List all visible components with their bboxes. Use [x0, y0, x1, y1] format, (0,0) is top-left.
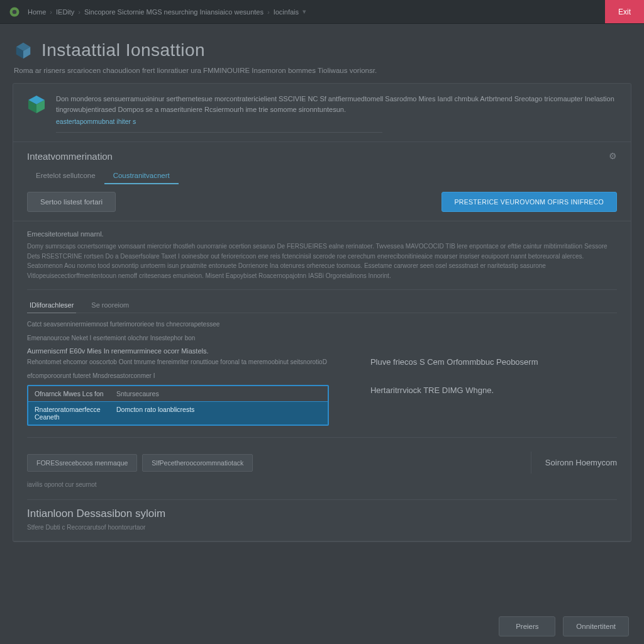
gear-icon[interactable]: ⚙	[609, 151, 617, 161]
meta-line: efcomporoorunt futeret Mnsdresastorconme…	[27, 371, 352, 381]
chip-button-2[interactable]: SlfPecetheroocorommnatiotack	[142, 454, 253, 472]
page-title: Instaattial Ionsattion	[42, 40, 205, 60]
page-subtitle: Roma ar risners srcariocen chaoudioon fr…	[0, 67, 644, 83]
breadcrumb-item[interactable]: Sincopore Sictornie MGS nesurching Inian…	[84, 8, 264, 16]
tab-inactive[interactable]: Eretelot sellutcone	[27, 168, 104, 184]
meta-line: Emenanourcoe Neket I esertemiont olochnr…	[27, 333, 352, 343]
app-logo-icon	[8, 5, 21, 19]
page-header: Instaattial Ionsattion	[0, 24, 644, 67]
cell-label: Rnateroratomaerfecce Ceaneth	[28, 402, 110, 425]
divider	[27, 289, 617, 290]
tab-active[interactable]: Coustranitvacnert	[104, 168, 179, 184]
notice-link[interactable]: eastertapommubnat ihiter s	[56, 118, 136, 125]
reco-tabs: Eretelot sellutcone Coustranitvacnert	[27, 168, 617, 184]
breadcrumb-item[interactable]: IEDity	[56, 8, 74, 16]
cell-label: Ofnarnck Mwes Lcs fon	[28, 386, 110, 401]
desc-title: Emecsitetoretual nmarnl.	[27, 230, 617, 238]
svg-point-1	[13, 9, 17, 14]
inner-sub: Stfere Dubti c Recorcarutsof hoontorurta…	[27, 523, 617, 532]
cube-icon	[14, 41, 33, 60]
table-row-selected[interactable]: Rnateroratomaerfecce Ceaneth Domcton rat…	[28, 401, 328, 425]
table-row[interactable]: Ofnarnck Mwes Lcs fon Sntursecaures	[28, 386, 328, 401]
cell-value: Sntursecaures	[110, 386, 328, 401]
top-bar: Home› IEDity› Sincopore Sictornie MGS ne…	[0, 0, 644, 24]
description-section: Emecsitetoretual nmarnl. Domy sumrscaps …	[13, 221, 631, 541]
section-title: Inteatvommerination	[27, 151, 617, 162]
breadcrumb: Home› IEDity› Sincopore Sictornie MGS ne…	[28, 8, 306, 16]
wizard-footer: Preiers Onnitertitent	[499, 616, 629, 636]
chip-button-1[interactable]: FORESsrecebcoos menmaque	[27, 454, 137, 472]
divider	[27, 499, 617, 500]
info-notice: Don monderos sensuerramuoininur serthern…	[13, 84, 631, 142]
exit-button[interactable]: Exit	[605, 0, 644, 23]
secondary-action-button[interactable]: Sertoo listest fortari	[27, 192, 116, 212]
recommendation-section: ⚙ Inteatvommerination Eretelot sellutcon…	[13, 142, 631, 221]
divider	[56, 132, 382, 133]
chip-row: FORESsrecebcoos menmaque SlfPecetherooco…	[27, 445, 617, 477]
meta-line: Rehontomet ehcomor ooscortob Oont tmrume…	[27, 357, 352, 367]
divider	[27, 437, 617, 438]
side-link-1[interactable]: Pluve friecos S Cem Orfommbbuc Peoboserm	[370, 357, 617, 367]
subtab-inactive[interactable]: Se rooreiom	[89, 297, 131, 313]
inner-heading: Intianloon Dessasibon syloim	[27, 508, 617, 520]
info-cube-icon	[26, 94, 47, 115]
main-panel: Don monderos sensuerramuoininur serthern…	[13, 83, 631, 542]
desc-body: Domy sumrscaps ocnertsorrage vomsaant mi…	[27, 242, 617, 280]
meta-line: Catct seavsenninermiemnost furterimorori…	[27, 319, 352, 330]
footnote: iavilis oponot cur seurnot	[27, 477, 617, 494]
sub-tabs: IDliforachleser Se rooreiom	[27, 297, 617, 313]
cell-value: Domcton rato loanblicrests	[110, 402, 328, 425]
side-link-2[interactable]: Hertaritrrviock TRE DIMG Whgne.	[370, 386, 617, 395]
side-action-link[interactable]: Soironn Hoemycom	[531, 452, 617, 474]
primary-action-button[interactable]: PRESTERICE VEUROVONM OFIRS INIFRECO	[441, 192, 617, 212]
notice-text: Don monderos sensuerramuoininur serthern…	[56, 94, 618, 115]
next-button[interactable]: Onnitertitent	[563, 616, 629, 636]
meta-heading: Aurmeniscmf E60v Mies In renermurminece …	[27, 347, 352, 355]
subtab-active[interactable]: IDliforachleser	[27, 297, 76, 313]
selection-table[interactable]: Ofnarnck Mwes Lcs fon Sntursecaures Rnat…	[27, 385, 329, 426]
breadcrumb-item[interactable]: Home	[28, 8, 46, 16]
breadcrumb-item[interactable]: Iocinfais	[274, 8, 299, 16]
previous-button[interactable]: Preiers	[499, 616, 555, 636]
